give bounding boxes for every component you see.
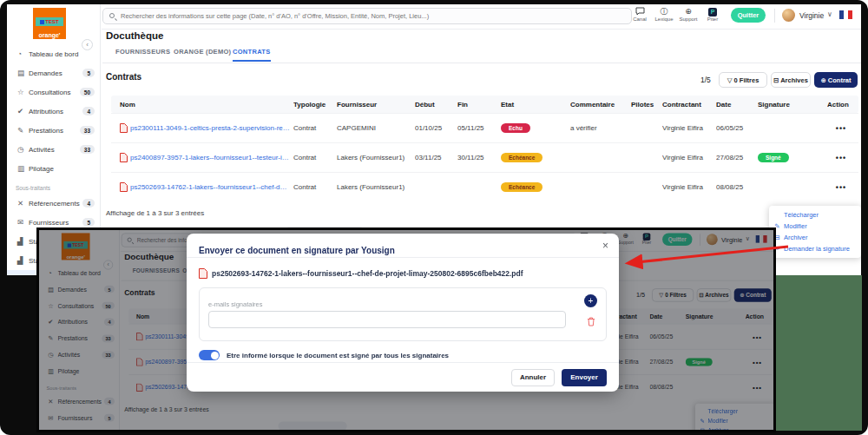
- piter-app-icon: P: [701, 7, 724, 16]
- document-icon: ▤: [17, 69, 29, 77]
- signers-label: e-mails signataires: [208, 300, 263, 308]
- section-title: Contrats: [106, 72, 141, 82]
- trash-icon[interactable]: [587, 314, 595, 330]
- table-row: ps2300111-3049-1-celtics-presta-2-superv…: [111, 113, 858, 142]
- modal-footer: Annuler Envoyer: [187, 362, 619, 392]
- modal-header: Envoyer ce document en signature par You…: [187, 234, 619, 258]
- status-badge: Echu: [501, 123, 530, 133]
- contract-link[interactable]: ps2400897-3957-1-lakers--fournisseur1--t…: [130, 154, 290, 161]
- dashboard-icon: ◔: [17, 49, 29, 58]
- page-search: [102, 8, 632, 24]
- user-avatar[interactable]: [782, 9, 795, 22]
- row-actions-button[interactable]: •••: [827, 154, 858, 162]
- count-badge: 4: [82, 107, 95, 115]
- row-context-menu: Télécharger ✎Modifier ⊟Archiver ✒Demande…: [769, 206, 861, 258]
- sidebar-section-label: Sous-traitants: [7, 178, 100, 194]
- modal-title: Envoyer ce document en signature par You…: [199, 246, 395, 255]
- bar-chart-icon: ▟: [17, 256, 29, 265]
- sidebar-item-referencements[interactable]: ✕Référencements4: [7, 194, 100, 213]
- row-actions-button[interactable]: •••: [827, 124, 858, 133]
- composite-canvas: TEST orange' ◔Tableau de bord ▤Demandes5…: [0, 0, 868, 435]
- cross-arrows-icon: ✕: [17, 199, 29, 208]
- add-contract-button[interactable]: ⊕ Contrat: [814, 72, 858, 88]
- tab-orange-demo[interactable]: ORANGE (DEMO): [174, 48, 231, 60]
- info-icon: ⓘ: [653, 7, 675, 16]
- count-badge: 50: [80, 88, 95, 96]
- contract-link[interactable]: ps2502693-14762-1-lakers--fournisseur1--…: [130, 183, 290, 191]
- menu-item-modifier[interactable]: ✎Modifier: [773, 221, 857, 232]
- cancel-button[interactable]: Annuler: [511, 369, 555, 386]
- contract-link[interactable]: ps2300111-3049-1-celtics-presta-2-superv…: [130, 124, 290, 132]
- count-badge: 5: [82, 69, 95, 77]
- quit-button[interactable]: Quitter: [731, 8, 766, 23]
- page-icon: ▥: [17, 164, 29, 173]
- menu-item-demander-signature[interactable]: ✒Demander la signature: [773, 243, 857, 254]
- signers-box: e-mails signataires +: [199, 287, 607, 341]
- row-actions-button[interactable]: •••: [827, 183, 858, 192]
- signer-email-input[interactable]: [208, 311, 566, 328]
- header-vertical-divider: [774, 9, 775, 23]
- notify-toggle-label: Etre informé lorsque le document est sig…: [227, 352, 449, 359]
- chevron-down-icon[interactable]: ∨: [827, 10, 832, 18]
- bar-chart-icon: ▟: [17, 237, 29, 246]
- table-header-row: NomTypologieFournisseurDébutFinEtatComme…: [111, 96, 858, 113]
- signature-badge: Signé: [758, 153, 789, 162]
- piter-button[interactable]: P Piter: [701, 7, 724, 22]
- check-icon: ✔: [17, 107, 29, 115]
- logo-orange-text: orange': [33, 32, 66, 38]
- green-backdrop: [776, 275, 862, 431]
- table-row: ps2502693-14762-1-lakers--fournisseur1--…: [111, 172, 858, 201]
- tab-contrats[interactable]: CONTRATS: [233, 48, 271, 62]
- lexique-button[interactable]: ⓘ Lexique: [653, 7, 675, 22]
- contracts-table: NomTypologieFournisseurDébutFinEtatComme…: [111, 96, 858, 201]
- pdf-icon: [120, 123, 128, 133]
- table-row: ps2400897-3957-1-lakers--fournisseur1--t…: [111, 142, 858, 172]
- star-icon: ☆: [17, 88, 29, 96]
- count-badge: 4: [82, 199, 95, 208]
- sidebar-item-attributions[interactable]: ✔Attributions4: [7, 102, 100, 121]
- table-footer-count: Affichage de 1 à 3 sur 3 entrées: [106, 209, 204, 217]
- status-badge: Echéance: [501, 182, 542, 192]
- filters-button[interactable]: ▽ 0 Filtres: [719, 72, 767, 88]
- send-button[interactable]: Envoyer: [562, 369, 607, 386]
- bar-chart-icon: ▟: [48, 431, 57, 432]
- pdf-icon: [120, 182, 128, 192]
- menu-item-telecharger[interactable]: Télécharger: [773, 209, 857, 221]
- count-badge: 33: [80, 126, 95, 135]
- orange-test-logo: TEST orange': [33, 8, 66, 39]
- pdf-icon: [199, 268, 207, 279]
- canal-button[interactable]: Canal: [628, 7, 651, 22]
- user-name[interactable]: Virginie: [799, 11, 824, 20]
- tab-fournisseurs[interactable]: FOURNISSEURS: [115, 48, 170, 60]
- search-icon: [109, 13, 115, 18]
- page-title: Docuthèque: [106, 30, 163, 41]
- count-badge: 5: [82, 218, 95, 227]
- pdf-icon: [120, 153, 128, 162]
- status-badge: Echéance: [501, 153, 542, 162]
- close-icon[interactable]: ×: [602, 240, 608, 252]
- archives-button[interactable]: ⊟ Archives: [771, 72, 811, 88]
- sidebar-item-consultations[interactable]: ☆Consultations50: [7, 82, 100, 102]
- collapse-sidebar-button[interactable]: ‹: [82, 39, 93, 50]
- pen-icon: ✎: [17, 126, 29, 135]
- menu-item-archiver[interactable]: ⊟Archiver: [773, 232, 857, 243]
- sidebar-item-prestations[interactable]: ✎Prestations33: [7, 121, 100, 140]
- support-button[interactable]: ⊕ Support: [677, 7, 700, 22]
- tab-bar: FOURNISSEURS ORANGE (DEMO) CONTRATS: [102, 48, 861, 63]
- count-badge: 33: [80, 145, 95, 154]
- partners-icon: ✉: [17, 218, 29, 227]
- chat-icon: [628, 7, 651, 16]
- modal-file-row: ps2502693-14762-1-lakers--fournisseur1--…: [187, 258, 619, 286]
- sidebar-item-activites[interactable]: ◷Activités33: [7, 140, 100, 159]
- pagination-indicator: 1/5: [700, 76, 711, 84]
- notify-toggle[interactable]: [199, 350, 220, 360]
- logo-square: [40, 20, 44, 24]
- header-divider: [102, 29, 861, 30]
- sidebar-item-demandes[interactable]: ▤Demandes5: [7, 63, 100, 82]
- add-signer-button[interactable]: +: [584, 294, 597, 307]
- logo-test-text: TEST: [45, 19, 58, 24]
- search-input[interactable]: [121, 9, 628, 23]
- language-flag-fr[interactable]: [839, 10, 852, 19]
- sidebar-item-pilotage[interactable]: ▥Pilotage: [7, 159, 100, 178]
- secondary-screenshot-frame: TEST orange' ◔Tableau de bord ▤Demandes5…: [36, 227, 776, 432]
